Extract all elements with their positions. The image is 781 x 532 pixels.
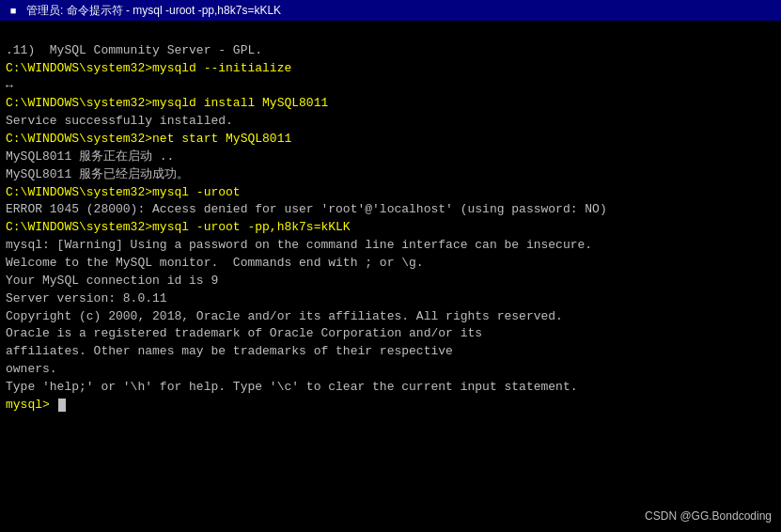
terminal-line: mysql: [Warning] Using a password on the… — [6, 237, 775, 255]
terminal-line: C:\WINDOWS\system32>net start MySQL8011 — [6, 131, 775, 149]
terminal-line: C:\WINDOWS\system32>mysqld --initialize — [6, 60, 775, 78]
terminal-line: C:\WINDOWS\system32>mysql -uroot — [6, 184, 775, 202]
terminal-line: ERROR 1045 (28000): Access denied for us… — [6, 201, 775, 219]
title-bar-text: 管理员: 命令提示符 - mysql -uroot -pp,h8k7s=kKLK — [26, 3, 775, 19]
terminal-cursor — [58, 399, 66, 412]
watermark: CSDN @GG.Bondcoding — [645, 509, 772, 523]
title-bar: ■ 管理员: 命令提示符 - mysql -uroot -pp,h8k7s=kK… — [0, 0, 781, 21]
terminal-line: owners. — [6, 361, 775, 379]
terminal-line: Your MySQL connection id is 9 — [6, 273, 775, 290]
terminal-line: Server version: 8.0.11 — [6, 290, 775, 308]
terminal-line: MySQL8011 服务正在启动 .. — [6, 149, 775, 166]
terminal-prompt-line: mysql> — [6, 397, 775, 415]
terminal-output[interactable]: .11) MySQL Community Server - GPL.C:\WIN… — [0, 21, 781, 532]
terminal-line: .11) MySQL Community Server - GPL. — [6, 42, 775, 60]
terminal-line: Welcome to the MySQL monitor. Commands e… — [6, 255, 775, 273]
terminal-line: MySQL8011 服务已经启动成功。 — [6, 166, 775, 184]
terminal-line: Oracle is a registered trademark of Orac… — [6, 325, 775, 343]
terminal-line: ↔ — [6, 78, 775, 96]
terminal-line: C:\WINDOWS\system32>mysql -uroot -pp,h8k… — [6, 219, 775, 237]
terminal-line: C:\WINDOWS\system32>mysqld install MySQL… — [6, 95, 775, 113]
terminal-prompt: mysql> — [6, 397, 57, 415]
terminal-line: Type 'help;' or '\h' for help. Type '\c'… — [6, 379, 775, 397]
terminal-line: affiliates. Other names may be trademark… — [6, 343, 775, 361]
terminal-line: Service successfully installed. — [6, 113, 775, 131]
cmd-icon: ■ — [6, 3, 21, 18]
terminal-line: Copyright (c) 2000, 2018, Oracle and/or … — [6, 308, 775, 326]
